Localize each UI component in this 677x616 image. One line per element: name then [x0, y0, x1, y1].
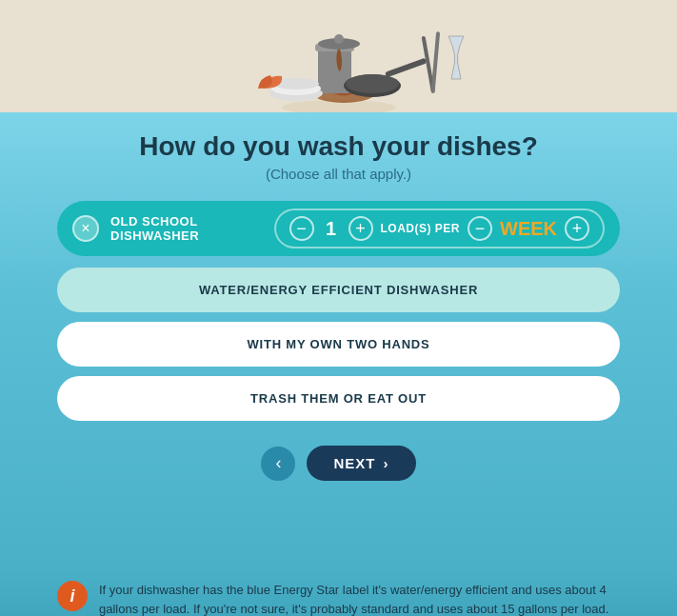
info-icon: i [57, 581, 88, 611]
svg-rect-13 [334, 34, 344, 44]
svg-rect-4 [385, 58, 427, 78]
illustration-area [0, 0, 677, 112]
info-box: i If your dishwasher has the blue Energy… [0, 569, 677, 616]
question-title: How do you wash your dishes? [57, 131, 620, 162]
back-button[interactable]: ‹ [261, 447, 295, 481]
svg-rect-11 [430, 31, 440, 93]
increment-button[interactable]: + [348, 216, 373, 241]
main-content: How do you wash your dishes? (Choose all… [0, 112, 677, 569]
period-value: WEEK [500, 218, 557, 240]
option-efficient-dishwasher[interactable]: WATER/ENERGY EFFICIENT DISHWASHER [57, 268, 620, 312]
info-text: If your dishwasher has the blue Energy S… [99, 581, 620, 616]
period-increment-button[interactable]: + [565, 216, 589, 241]
selected-option-label: OLD SCHOOL DISHWASHER [110, 214, 263, 243]
navigation-row: ‹ NEXT › [57, 446, 620, 481]
close-selected-button[interactable]: × [72, 215, 99, 242]
period-decrement-button[interactable]: − [468, 216, 492, 241]
selected-option-row: × OLD SCHOOL DISHWASHER − 1 + LOAD(S) PE… [57, 201, 620, 256]
svg-point-6 [346, 74, 399, 93]
decrement-button[interactable]: − [289, 216, 314, 241]
option-trash-eat-out[interactable]: TRASH THEM OR EAT OUT [57, 376, 620, 421]
counter-section: − 1 + LOAD(S) PER − WEEK + [274, 209, 606, 248]
loads-per-label: LOAD(S) PER [381, 222, 461, 235]
option-own-two-hands[interactable]: WITH MY OWN TWO HANDS [57, 322, 620, 367]
next-button[interactable]: NEXT › [307, 446, 415, 481]
next-icon: › [384, 455, 389, 471]
question-subtitle: (Choose all that apply.) [57, 166, 620, 182]
counter-value: 1 [322, 218, 341, 240]
